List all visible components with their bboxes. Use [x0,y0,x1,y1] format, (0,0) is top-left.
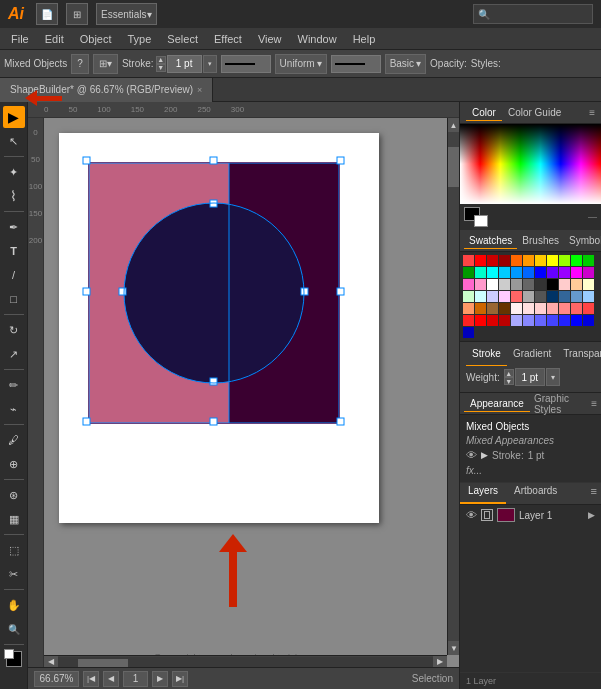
swatch-cell[interactable] [571,291,582,302]
swatch-cell[interactable] [571,315,582,326]
menu-select[interactable]: Select [160,31,205,47]
nav-next-btn[interactable]: ▶ [152,671,168,687]
swatch-cell[interactable] [499,315,510,326]
search-bar[interactable]: 🔍 [473,4,593,24]
swatch-cell[interactable] [475,255,486,266]
tab-brushes[interactable]: Brushes [517,233,564,248]
swatch-cell[interactable] [583,315,594,326]
layer-expand-arrow[interactable]: ▶ [588,510,595,520]
bg-color[interactable] [474,215,488,227]
swatch-cell[interactable] [499,255,510,266]
menu-object[interactable]: Object [73,31,119,47]
appearance-menu-btn[interactable]: ≡ [591,398,597,409]
play-icon[interactable]: ▶ [481,450,488,460]
swatch-cell[interactable] [547,279,558,290]
zoom-input[interactable]: 66.67% [34,671,79,687]
swatch-cell[interactable] [583,303,594,314]
tab-transparency[interactable]: Transparency [557,346,601,366]
menu-window[interactable]: Window [291,31,344,47]
nav-last-btn[interactable]: ▶| [172,671,188,687]
fg-bg-colors[interactable] [464,207,490,227]
tool-eyedropper[interactable]: 🖋 [3,429,25,451]
menu-help[interactable]: Help [346,31,383,47]
swatch-cell[interactable] [511,291,522,302]
menu-view[interactable]: View [251,31,289,47]
swatch-cell[interactable] [475,315,486,326]
tool-hand[interactable]: ✋ [3,594,25,616]
swatch-cell[interactable] [547,255,558,266]
tool-rectangle[interactable]: □ [3,288,25,310]
swatch-cell[interactable] [535,315,546,326]
tab-stroke[interactable]: Stroke [466,346,507,366]
scroll-h-thumb[interactable] [78,659,128,667]
swatch-cell[interactable] [463,315,474,326]
swatch-cell[interactable] [559,291,570,302]
swatch-cell[interactable] [535,267,546,278]
basic-dropdown[interactable]: Basic ▾ [385,54,426,74]
swatch-cell[interactable] [463,303,474,314]
swatch-cell[interactable] [475,267,486,278]
layer-lock-icon[interactable] [481,509,493,521]
menu-file[interactable]: File [4,31,36,47]
weight-down[interactable]: ▼ [504,377,514,385]
eye-visible-icon[interactable]: 👁 [466,449,477,461]
stroke-up[interactable]: ▲ [156,56,166,64]
swatch-cell[interactable] [583,291,594,302]
swatch-cell[interactable] [463,255,474,266]
tool-symbol[interactable]: ⊛ [3,484,25,506]
swatch-cell[interactable] [475,279,486,290]
tool-selection[interactable]: ▶ [3,106,25,128]
scroll-down-btn[interactable]: ▼ [448,641,459,655]
scroll-up-btn[interactable]: ▲ [448,118,459,132]
tool-line[interactable]: / [3,264,25,286]
swatch-cell[interactable] [571,279,582,290]
stroke-spinners[interactable]: ▲ ▼ [156,56,166,72]
swatch-cell[interactable] [559,255,570,266]
swatch-cell[interactable] [523,315,534,326]
tool-magic-wand[interactable]: ✦ [3,161,25,183]
swatch-cell[interactable] [523,255,534,266]
tool-rotate[interactable]: ↻ [3,319,25,341]
tab-layers[interactable]: Layers [460,483,506,504]
swatch-cell[interactable] [547,267,558,278]
new-file-icon[interactable]: 📄 [36,3,58,25]
swatch-cell[interactable] [547,315,558,326]
swatch-cell[interactable] [547,291,558,302]
tool-column-graph[interactable]: ▦ [3,508,25,530]
swatch-cell[interactable] [487,267,498,278]
uniform-dropdown[interactable]: Uniform ▾ [275,54,327,74]
swatch-cell[interactable] [463,327,474,338]
tab-artboards[interactable]: Artboards [506,483,565,504]
tool-scale[interactable]: ↗ [3,343,25,365]
tool-blob[interactable]: ⌁ [3,398,25,420]
swatch-cell[interactable] [463,291,474,302]
swatch-cell[interactable] [499,267,510,278]
swatch-cell[interactable] [559,267,570,278]
weight-input[interactable] [515,368,545,386]
swatch-cell[interactable] [523,267,534,278]
tab-appearance[interactable]: Appearance [464,396,530,412]
workspace-icon[interactable]: Essentials ▾ [96,3,157,25]
tab-close-btn[interactable]: × [197,85,202,95]
swatch-cell[interactable] [511,255,522,266]
layer-visibility-icon[interactable]: 👁 [466,509,477,521]
swatch-cell[interactable] [511,267,522,278]
swatch-cell[interactable] [499,303,510,314]
tab-symbols[interactable]: Symbols [564,233,601,248]
object-mode-btn[interactable]: ⊞▾ [93,54,118,74]
swatch-cell[interactable] [559,315,570,326]
swatch-cell[interactable] [463,279,474,290]
tool-lasso[interactable]: ⌇ [3,185,25,207]
swatch-cell[interactable] [523,279,534,290]
layers-menu-btn[interactable]: ≡ [587,483,601,504]
swatch-cell[interactable] [487,291,498,302]
tool-direct-selection[interactable]: ↖ [3,130,25,152]
weight-up[interactable]: ▲ [504,369,514,377]
page-input[interactable]: 1 [123,671,148,687]
tool-pen[interactable]: ✒ [3,216,25,238]
swatch-cell[interactable] [523,303,534,314]
scroll-thumb[interactable] [448,147,459,187]
nav-prev-btn[interactable]: ◀ [103,671,119,687]
question-btn[interactable]: ? [71,54,89,74]
swatch-cell[interactable] [535,255,546,266]
